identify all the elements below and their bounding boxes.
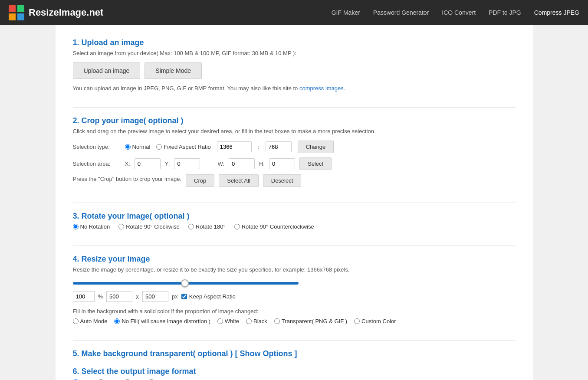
keep-ratio-text: Keep Aspect Ratio [189, 293, 236, 300]
no-fill-radio[interactable] [114, 318, 120, 324]
nav-password-generator[interactable]: Password Generator [373, 9, 429, 16]
colon-separator: : [258, 144, 260, 151]
transparent-option[interactable]: Transparent( PNG & GIF ) [274, 318, 347, 324]
h-input[interactable] [269, 158, 295, 169]
upload-note-text: You can upload an image in JPEG, PNG, GI… [73, 85, 299, 92]
white-label: White [225, 318, 239, 324]
px-label: px [172, 293, 178, 300]
nav-ico-convert[interactable]: ICO Convert [442, 9, 476, 16]
auto-mode-option[interactable]: Auto Mode [73, 318, 108, 324]
white-option[interactable]: White [217, 318, 239, 324]
rotate-section: 3. Rotate your image( optional ) No Rota… [73, 212, 516, 230]
width-px-input[interactable] [106, 291, 132, 302]
nav-compress-jpeg[interactable]: Compress JPEG [534, 9, 579, 16]
upload-title: 1. Upload an image [73, 38, 516, 47]
resize-slider[interactable] [73, 282, 299, 285]
nav-gif-maker[interactable]: GIF Maker [332, 9, 360, 16]
w-label: W: [217, 161, 224, 167]
selection-type-row: Selection type: Normal Fixed Aspect Rati… [73, 141, 516, 153]
svg-rect-2 [9, 13, 16, 20]
rotate-90cw-option[interactable]: Rotate 90° Clockwise [118, 223, 180, 230]
fixed-ratio-label: Fixed Aspect Ratio [164, 144, 210, 150]
aspect-height-input[interactable] [266, 141, 292, 152]
fixed-ratio-radio[interactable] [156, 144, 162, 150]
rotate-90ccw-radio[interactable] [234, 224, 240, 229]
crop-title: 2. Crop your image( optional ) [73, 116, 516, 125]
white-radio[interactable] [217, 318, 223, 324]
output-format-title: 6. Select the output image format [73, 367, 516, 376]
rotate-90cw-radio[interactable] [118, 224, 124, 229]
custom-color-label: Custom Color [361, 318, 396, 324]
rotate-90ccw-option[interactable]: Rotate 90° Counterclockwise [234, 223, 314, 230]
simple-mode-button[interactable]: Simple Mode [145, 62, 202, 79]
divider-2 [73, 203, 516, 203]
rotate-options: No Rotation Rotate 90° Clockwise Rotate … [73, 223, 516, 230]
nav-pdf-to-jpg[interactable]: PDF to JPG [489, 9, 521, 16]
divider-3 [73, 246, 516, 246]
upload-image-button[interactable]: Upload an image [73, 62, 141, 79]
black-label: Black [253, 318, 267, 324]
selection-type-options: Normal Fixed Aspect Ratio : Change [125, 141, 334, 153]
section5-title: 5. Make background transparent( optional… [73, 349, 516, 358]
main-content: 1. Upload an image Select an image from … [56, 25, 533, 380]
resize-desc: Resize the image by percentage, or resiz… [73, 266, 516, 273]
divider-1 [73, 107, 516, 108]
deselect-button[interactable]: Deselect [263, 174, 302, 187]
height-px-input[interactable] [142, 291, 168, 302]
navbar: ResizeImage.net GIF Maker Password Gener… [0, 0, 588, 25]
brand-name: ResizeImage.net [29, 7, 103, 18]
keep-ratio-checkbox[interactable] [181, 294, 187, 299]
no-rotation-label: No Rotation [80, 223, 110, 230]
upload-note-period: . [344, 85, 345, 92]
normal-label: Normal [132, 144, 151, 150]
rotate-title: 3. Rotate your image( optional ) [73, 212, 516, 221]
nav-links: GIF Maker Password Generator ICO Convert… [332, 9, 579, 16]
fixed-ratio-option[interactable]: Fixed Aspect Ratio [156, 144, 210, 150]
compress-images-link[interactable]: compress images [299, 85, 344, 92]
no-rotation-radio[interactable] [73, 224, 79, 229]
x-input[interactable] [135, 158, 161, 169]
output-format-section: 6. Select the output image format JPG PN… [73, 367, 516, 380]
no-rotation-option[interactable]: No Rotation [73, 223, 110, 230]
svg-rect-1 [17, 5, 24, 12]
no-fill-option[interactable]: No Fill( will cause image distortion ) [114, 318, 210, 324]
divider-4 [73, 340, 516, 341]
rotate-180-option[interactable]: Rotate 180° [188, 223, 226, 230]
aspect-width-input[interactable] [217, 141, 252, 152]
custom-color-option[interactable]: Custom Color [354, 318, 396, 324]
upload-section: 1. Upload an image Select an image from … [73, 38, 516, 92]
rotate-180-label: Rotate 180° [196, 223, 226, 230]
selection-type-label: Selection type: [73, 144, 121, 150]
crop-button[interactable]: Crop [186, 174, 214, 187]
keep-ratio-label[interactable]: Keep Aspect Ratio [181, 293, 236, 300]
resize-section: 4. Resize your image Resize the image by… [73, 255, 516, 324]
black-option[interactable]: Black [246, 318, 267, 324]
percent-sign: % [98, 293, 103, 300]
auto-mode-radio[interactable] [73, 318, 79, 324]
w-input[interactable] [229, 158, 255, 169]
black-radio[interactable] [246, 318, 252, 324]
rotate-90ccw-label: Rotate 90° Counterclockwise [242, 223, 314, 230]
crop-section: 2. Crop your image( optional ) Click and… [73, 116, 516, 187]
logo-icon [9, 5, 24, 20]
custom-color-radio[interactable] [354, 318, 360, 324]
normal-option[interactable]: Normal [125, 144, 151, 150]
transparent-label: Transparent( PNG & GIF ) [282, 318, 347, 324]
percent-input[interactable] [73, 291, 95, 302]
normal-radio[interactable] [125, 144, 131, 150]
change-button[interactable]: Change [298, 141, 334, 153]
select-button[interactable]: Select [299, 157, 332, 170]
y-input[interactable] [174, 158, 200, 169]
select-all-button[interactable]: Select All [219, 174, 258, 187]
svg-rect-3 [17, 13, 24, 20]
h-label: H: [259, 161, 265, 167]
upload-desc: Select an image from your device( Max: 1… [73, 50, 516, 56]
x-label: X: [125, 161, 130, 167]
no-fill-label: No Fill( will cause image distortion ) [122, 318, 210, 324]
resize-inputs: % x px Keep Aspect Ratio [73, 291, 516, 302]
upload-note: You can upload an image in JPEG, PNG, GI… [73, 85, 516, 92]
upload-buttons: Upload an image Simple Mode [73, 62, 516, 79]
transparent-radio[interactable] [274, 318, 280, 324]
rotate-180-radio[interactable] [188, 224, 194, 229]
x-separator: x [136, 293, 139, 300]
